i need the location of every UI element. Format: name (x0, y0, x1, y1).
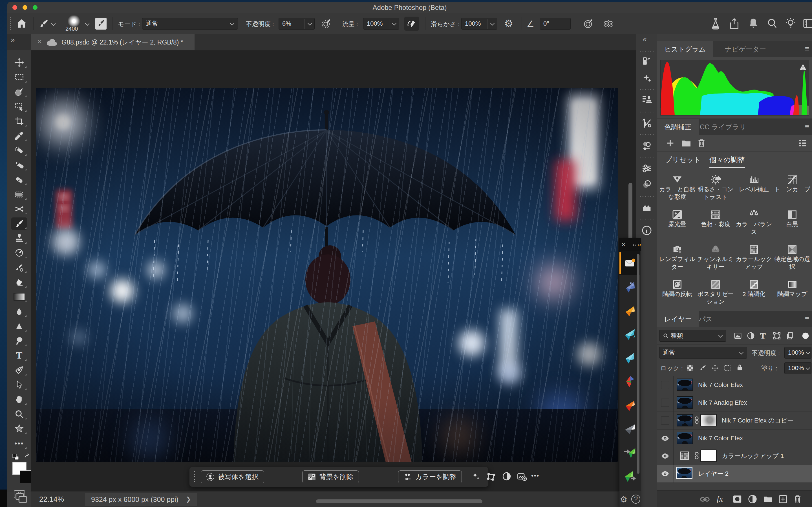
blur-tool[interactable] (11, 305, 27, 318)
adjustments-menu-icon[interactable]: ≡ (805, 122, 809, 131)
swap-colors-icon[interactable] (24, 453, 31, 460)
object-selection-tool[interactable] (11, 100, 27, 113)
layer-row-selected[interactable]: レイヤー 2 (657, 465, 812, 483)
visibility-toggle[interactable] (657, 394, 673, 411)
taskbar-more-icon[interactable]: ••• (531, 472, 539, 480)
visibility-toggle[interactable] (657, 376, 673, 394)
lock-artboard-icon[interactable] (723, 364, 731, 372)
filter-shape-icon[interactable] (772, 332, 781, 340)
lock-transparency-icon[interactable] (686, 364, 694, 372)
brush-tool-icon[interactable] (38, 18, 49, 29)
layer-thumbnail[interactable] (677, 414, 693, 427)
dock-collapse-icon[interactable]: « (643, 35, 647, 44)
default-colors-icon[interactable] (12, 453, 20, 461)
new-group-folder-icon[interactable] (681, 139, 691, 147)
add-image-icon[interactable] (516, 471, 527, 482)
delete-adjustment-trash-icon[interactable] (697, 138, 706, 148)
nik-gear-icon[interactable]: ⚙ (620, 494, 627, 504)
brush-settings-panel-icon[interactable] (95, 18, 107, 30)
new-group-icon[interactable] (763, 495, 773, 503)
brush-preview[interactable] (67, 15, 81, 27)
firefly-sparkle-icon[interactable] (641, 73, 652, 84)
visibility-toggle[interactable] (657, 447, 673, 465)
visibility-off-checkbox[interactable] (661, 381, 669, 389)
info-icon[interactable] (641, 225, 652, 236)
crop-tool[interactable] (11, 115, 27, 127)
screen-mode-icon[interactable] (15, 492, 28, 504)
nik-close-icon[interactable]: × (622, 241, 625, 248)
nik-scrollbar[interactable] (637, 254, 640, 474)
layer-row[interactable]: Nik 7 Color Efex (657, 429, 812, 447)
blend-mode-select[interactable]: 通常 (659, 347, 747, 358)
document-close-icon[interactable]: × (37, 37, 42, 46)
home-icon[interactable] (16, 18, 28, 30)
adjustment-exposure[interactable]: 露光量 (658, 209, 696, 228)
tab-navigator[interactable]: ナビゲーター (718, 41, 773, 57)
adjustment-invert[interactable]: 階調の反転 (658, 279, 696, 298)
horizontal-scrollbar[interactable] (316, 499, 483, 503)
gradient-tool[interactable] (11, 291, 27, 303)
airbrush-toggle-icon[interactable] (404, 17, 419, 31)
layer-opacity-field[interactable]: 100% (784, 347, 811, 358)
adjustment-posterize[interactable]: ポスタリゼーション (696, 279, 735, 305)
layer-name[interactable]: Nik 7 Analog Efex (698, 394, 747, 411)
mask-link-icon[interactable] (694, 415, 699, 425)
flow-field[interactable]: 100% (363, 18, 399, 30)
adjustment-color-balance[interactable]: カラーバランス (735, 209, 773, 236)
layer-row[interactable]: カラールックアップ 1 (657, 447, 812, 465)
layer-thumbnail[interactable] (677, 396, 693, 409)
adjustment-brightness-contrast[interactable]: 明るさ・コントラスト (696, 174, 735, 201)
filter-image-icon[interactable] (733, 332, 742, 340)
tools-panel-icon[interactable] (641, 118, 652, 129)
layer-name[interactable]: Nik 7 Color Efex (698, 429, 743, 447)
move-tool[interactable] (11, 56, 27, 69)
pressure-size-icon[interactable] (583, 18, 594, 29)
custom-tool-star-icon[interactable] (11, 422, 27, 435)
layer-name[interactable]: レイヤー 2 (698, 465, 728, 483)
clone-stamp-tool[interactable] (11, 232, 27, 244)
tab-histogram[interactable]: ヒストグラム (657, 41, 713, 57)
delete-layer-trash-icon[interactable] (794, 494, 802, 504)
type-tool[interactable]: T (11, 349, 27, 362)
mask-link-icon[interactable] (694, 451, 699, 460)
list-view-icon[interactable] (798, 138, 808, 148)
layer-row[interactable]: Nik 7 Color Efex のコピー (657, 411, 812, 430)
brush-size-chevron[interactable] (85, 21, 90, 26)
paint-symmetry-icon[interactable] (603, 18, 614, 30)
healing-brush-tool[interactable] (11, 173, 27, 186)
sharpen-tool[interactable] (11, 320, 27, 332)
filter-type-icon[interactable]: T (760, 331, 766, 341)
remove-background-button[interactable]: 背景を削除 (302, 470, 359, 483)
edit-toolbar-icon[interactable]: ••• (11, 437, 27, 450)
layer-filter-select[interactable]: 種類 (659, 330, 726, 342)
notifications-bell-icon[interactable] (748, 17, 759, 30)
lock-pixels-icon[interactable] (699, 364, 707, 372)
adjustment-gradient-map[interactable]: 階調マップ (773, 279, 811, 298)
adjustment-black-white[interactable]: 白黒 (773, 209, 811, 228)
tools-collapse-icon[interactable]: » (11, 36, 15, 44)
path-selection-tool[interactable] (11, 379, 27, 391)
blend-circles-icon[interactable] (641, 179, 652, 190)
spot-healing-brush-tool[interactable] (11, 159, 27, 171)
adjustment-selective-color[interactable]: 特定色域の選択 (773, 244, 811, 271)
eyedropper-tool[interactable] (11, 129, 27, 142)
doc-info-box[interactable]: 9324 px x 6000 px (300 ppi) ❯ (85, 493, 197, 506)
layers-menu-icon[interactable]: ≡ (805, 314, 809, 323)
brush-tool[interactable] (11, 217, 27, 230)
status-expand-icon[interactable]: ❯ (186, 496, 191, 503)
color-lookup-layer-icon[interactable] (679, 450, 690, 461)
add-adjustment-icon[interactable] (665, 138, 675, 148)
visibility-off-checkbox[interactable] (661, 399, 669, 407)
hand-tool[interactable] (11, 393, 27, 406)
canvas-area[interactable]: 被写体を選択 背景を削除 カラーを調整 ••• (31, 50, 636, 491)
content-aware-move-tool[interactable] (11, 203, 27, 215)
search-icon[interactable] (766, 17, 777, 30)
pen-tool[interactable] (11, 364, 27, 376)
properties-sliders-icon[interactable] (641, 163, 652, 174)
add-mask-icon[interactable] (732, 495, 742, 504)
layer-name[interactable]: カラールックアップ 1 (722, 447, 784, 465)
sparkle-icon[interactable] (471, 471, 481, 482)
layer-mask-thumbnail[interactable] (700, 450, 717, 462)
clone-source-icon[interactable] (641, 94, 652, 105)
share-icon[interactable] (728, 17, 740, 30)
